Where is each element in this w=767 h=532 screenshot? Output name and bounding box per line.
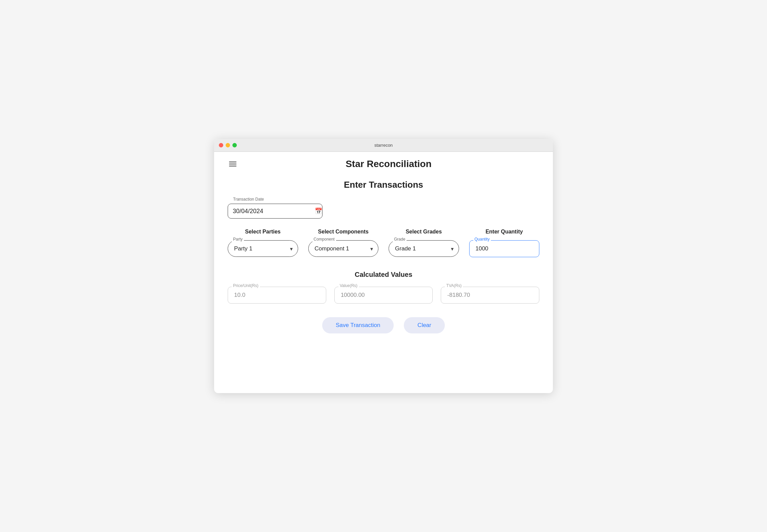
value-rs-label: Value(Rs): [338, 283, 359, 288]
calendar-icon[interactable]: 📅: [315, 207, 322, 215]
transaction-date-input[interactable]: [233, 208, 311, 215]
grade-label: Grade: [393, 237, 407, 242]
parties-group-title: Select Parties: [228, 229, 298, 235]
date-field-label: Transaction Date: [232, 197, 265, 202]
grades-group: Select Grades Grade Grade 1 Grade 2 Grad…: [389, 229, 459, 257]
date-input-container: 📅: [228, 204, 323, 219]
value-rs-wrapper: Value(Rs): [334, 287, 433, 304]
minimize-button[interactable]: [226, 143, 230, 147]
components-group: Select Components Component Component 1 …: [308, 229, 379, 257]
quantity-field-wrapper: Quantity: [469, 240, 540, 257]
window-title: starrecon: [374, 143, 393, 148]
grades-group-title: Select Grades: [389, 229, 459, 235]
hamburger-menu-icon[interactable]: [228, 160, 238, 168]
app-window: starrecon Star Reconciliation Enter Tran…: [214, 139, 553, 393]
quantity-group-title: Enter Quantity: [469, 229, 540, 235]
price-per-unit-label: Price/Unit(Rs): [232, 283, 260, 288]
app-content: Star Reconciliation Enter Transactions T…: [214, 152, 553, 347]
party-select[interactable]: Party 1 Party 2 Party 3: [228, 240, 298, 257]
component-label: Component: [312, 237, 336, 242]
tva-rs-label: TVA(Rs): [445, 283, 463, 288]
calculated-section: Calculated Values Price/Unit(Rs) Value(R…: [228, 271, 539, 304]
tva-rs-input: [441, 287, 539, 304]
price-per-unit-input: [228, 287, 326, 304]
price-per-unit-wrapper: Price/Unit(Rs): [228, 287, 326, 304]
clear-button[interactable]: Clear: [404, 317, 445, 333]
quantity-group: Enter Quantity Quantity: [469, 229, 540, 257]
close-button[interactable]: [219, 143, 223, 147]
maximize-button[interactable]: [232, 143, 237, 147]
grade-select[interactable]: Grade 1 Grade 2 Grade 3: [389, 240, 459, 257]
component-select-wrapper: Component Component 1 Component 2 Compon…: [308, 240, 379, 257]
party-label: Party: [232, 237, 244, 242]
value-rs-input: [334, 287, 433, 304]
tva-rs-wrapper: TVA(Rs): [441, 287, 539, 304]
title-bar: starrecon: [214, 139, 553, 152]
section-title: Enter Transactions: [228, 180, 539, 190]
app-header: Star Reconciliation: [228, 152, 539, 173]
date-field-wrapper: Transaction Date 📅: [228, 200, 323, 219]
quantity-input[interactable]: [469, 240, 540, 257]
components-group-title: Select Components: [308, 229, 379, 235]
traffic-lights: [219, 143, 237, 147]
action-buttons: Save Transaction Clear: [228, 317, 539, 333]
selectors-row: Select Parties Party Party 1 Party 2 Par…: [228, 229, 539, 257]
party-select-wrapper: Party Party 1 Party 2 Party 3 ▾: [228, 240, 298, 257]
component-select[interactable]: Component 1 Component 2 Component 3: [308, 240, 379, 257]
app-title: Star Reconciliation: [238, 159, 539, 169]
parties-group: Select Parties Party Party 1 Party 2 Par…: [228, 229, 298, 257]
calculated-fields: Price/Unit(Rs) Value(Rs) TVA(Rs): [228, 287, 539, 304]
save-transaction-button[interactable]: Save Transaction: [322, 317, 394, 333]
grade-select-wrapper: Grade Grade 1 Grade 2 Grade 3 ▾: [389, 240, 459, 257]
quantity-label: Quantity: [473, 237, 491, 242]
calculated-title: Calculated Values: [228, 271, 539, 279]
date-section: Transaction Date 📅: [228, 200, 539, 219]
